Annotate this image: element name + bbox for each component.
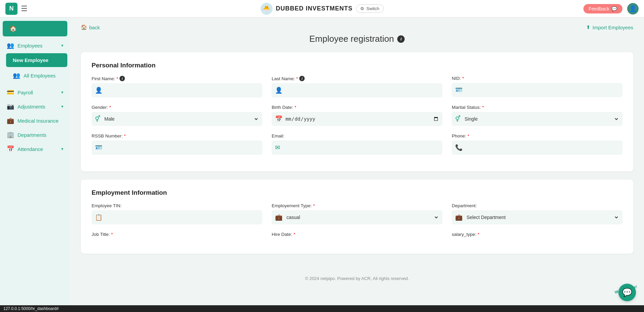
medical-icon: 💼 bbox=[7, 117, 14, 124]
id-icon: 🪪 bbox=[455, 86, 463, 94]
first-name-label: First Name: * i bbox=[92, 76, 262, 81]
person-icon-2: 👤 bbox=[275, 87, 282, 94]
birth-date-label: Birth Date: * bbox=[272, 105, 442, 110]
required-star: * bbox=[116, 76, 118, 81]
nid-input-wrap: 🪪 bbox=[452, 83, 622, 97]
email-icon: ✉ bbox=[275, 144, 280, 151]
last-name-input[interactable] bbox=[285, 83, 439, 97]
rssb-label: RSSB Number: * bbox=[92, 133, 262, 138]
sidebar-item-all-employees[interactable]: 👥 All Employees bbox=[6, 68, 67, 83]
rssb-icon: 🪪 bbox=[95, 144, 102, 151]
phone-input-wrap: 📞 bbox=[452, 141, 622, 155]
sidebar-item-departments[interactable]: 🏢 Departments bbox=[0, 128, 70, 142]
emp-type-input-wrap: 💼 casual full-time part-time contract bbox=[272, 210, 442, 224]
layout: 🏠 👥 Employees ▾ New Employee 👥 All Emplo… bbox=[0, 18, 644, 305]
last-name-info-icon[interactable]: i bbox=[299, 76, 305, 81]
sidebar-employees-label: Employees bbox=[18, 43, 42, 49]
first-name-group: First Name: * i 👤 bbox=[92, 76, 262, 97]
phone-label: Phone: * bbox=[452, 133, 622, 138]
feedback-button[interactable]: Feedback 💬 bbox=[583, 4, 622, 13]
birth-date-input[interactable] bbox=[285, 112, 439, 126]
required-star-gender: * bbox=[109, 105, 111, 110]
last-name-label: Last Name: * i bbox=[272, 76, 442, 81]
rssb-input-wrap: 🪪 bbox=[92, 141, 262, 155]
emp-form-row-1: Employee TIN: 📋 Employement Type: * bbox=[92, 203, 622, 224]
gender-input-wrap: ⚥ Male Female Other bbox=[92, 112, 262, 126]
chevron-down-icon-attendance: ▾ bbox=[61, 147, 63, 151]
dept-icon: 💼 bbox=[455, 214, 463, 221]
person-icon: 👤 bbox=[95, 87, 102, 94]
all-employees-label: All Employees bbox=[24, 73, 56, 79]
sidebar-item-medical-insurance[interactable]: 💼 Medical Insurance bbox=[0, 114, 70, 128]
sidebar-item-employees[interactable]: 👥 Employees ▾ bbox=[0, 38, 70, 53]
sidebar-item-new-employee[interactable]: New Employee bbox=[6, 53, 67, 67]
email-input[interactable] bbox=[283, 141, 439, 155]
attendance-icon: 📅 bbox=[7, 145, 14, 153]
avatar[interactable]: 👤 bbox=[627, 3, 639, 14]
first-name-info-icon[interactable]: i bbox=[120, 76, 125, 81]
topbar: 🏠 back ⬆ Import Employees bbox=[70, 18, 644, 34]
import-icon: ⬆ bbox=[586, 24, 590, 30]
status-url: 127.0.0.1:5000/hr_dashboard# bbox=[3, 306, 59, 311]
nid-input[interactable] bbox=[465, 83, 619, 97]
salary-type-group: salary_type: * bbox=[452, 232, 622, 237]
salary-type-label: salary_type: * bbox=[452, 232, 622, 237]
emp-type-select[interactable]: casual full-time part-time contract bbox=[285, 210, 439, 224]
tin-input[interactable] bbox=[105, 210, 259, 224]
required-star-emp-type: * bbox=[313, 203, 315, 208]
first-name-input-wrap: 👤 bbox=[92, 83, 262, 97]
department-select[interactable]: Select Department HR Finance IT Operatio… bbox=[465, 210, 619, 224]
emp-type-label: Employement Type: * bbox=[272, 203, 442, 208]
avatar-icon: 👤 bbox=[629, 5, 637, 12]
tin-group: Employee TIN: 📋 bbox=[92, 203, 262, 224]
department-label: Department: bbox=[452, 203, 622, 208]
sidebar-item-payroll[interactable]: 💳 Payroll ▾ bbox=[0, 85, 70, 99]
first-name-input[interactable] bbox=[105, 83, 259, 97]
sidebar-children-employees: New Employee 👥 All Employees bbox=[0, 53, 70, 83]
required-star-hire: * bbox=[294, 232, 295, 237]
gender-select[interactable]: Male Female Other bbox=[103, 112, 259, 126]
feedback-label: Feedback bbox=[589, 6, 609, 11]
sidebar-item-adjustments[interactable]: 📷 Adjustments ▾ bbox=[0, 99, 70, 114]
email-label: Email: bbox=[272, 133, 442, 138]
new-employee-label: New Employee bbox=[13, 57, 48, 63]
hamburger-menu[interactable]: ☰ bbox=[21, 4, 28, 13]
gender-icon: ⚥ bbox=[95, 115, 100, 123]
departments-icon: 🏢 bbox=[7, 131, 14, 138]
page-title: Employee registration bbox=[309, 34, 394, 44]
switch-label: Switch bbox=[366, 6, 379, 11]
emp-form-row-2: Job Title: * Hire Date: * salary_type: bbox=[92, 232, 622, 237]
sidebar-item-attendance[interactable]: 📅 Attendance ▾ bbox=[0, 142, 70, 156]
all-employees-icon: 👥 bbox=[13, 72, 20, 79]
gender-label: Gender: * bbox=[92, 105, 262, 110]
navbar-center: 🐣 DUBBED INVESTMENTS ⚙ Switch bbox=[260, 3, 383, 15]
main-content: 🏠 back ⬆ Import Employees Employee regis… bbox=[70, 18, 644, 305]
marital-status-select[interactable]: Single Married Divorced Widowed bbox=[463, 112, 619, 126]
switch-button[interactable]: ⚙ Switch bbox=[356, 4, 383, 13]
phone-input[interactable] bbox=[465, 141, 619, 155]
title-info-icon[interactable]: i bbox=[397, 35, 405, 43]
nid-label: NID: * bbox=[452, 76, 622, 81]
import-employees-button[interactable]: ⬆ Import Employees bbox=[586, 24, 633, 30]
navbar-right: Feedback 💬 👤 bbox=[583, 3, 639, 14]
personal-info-title: Personal Information bbox=[92, 62, 622, 69]
rssb-group: RSSB Number: * 🪪 bbox=[92, 133, 262, 155]
payroll-icon: 💳 bbox=[7, 89, 14, 96]
sidebar-item-home[interactable]: 🏠 bbox=[3, 21, 67, 36]
status-bar: 127.0.0.1:5000/hr_dashboard# bbox=[0, 305, 644, 312]
attendance-label: Attendance bbox=[18, 146, 43, 152]
rssb-input[interactable] bbox=[105, 141, 259, 155]
sidebar-section-employees: 👥 Employees ▾ New Employee 👥 All Employe… bbox=[0, 37, 70, 85]
switch-icon: ⚙ bbox=[360, 6, 364, 11]
tin-icon: 📋 bbox=[95, 214, 102, 221]
job-title-label: Job Title: * bbox=[92, 232, 262, 237]
medical-label: Medical Insurance bbox=[18, 118, 59, 124]
back-link[interactable]: 🏠 back bbox=[81, 24, 100, 30]
chat-bubble[interactable]: 💬 bbox=[618, 284, 636, 301]
department-group: Department: 💼 Select Department HR Finan… bbox=[452, 203, 622, 224]
home-back-icon: 🏠 bbox=[81, 24, 87, 30]
hire-date-group: Hire Date: * bbox=[272, 232, 442, 237]
marital-icon: ⚥ bbox=[455, 115, 461, 123]
chat-icon: 💬 bbox=[622, 288, 632, 297]
marital-status-input-wrap: ⚥ Single Married Divorced Widowed bbox=[452, 112, 622, 126]
